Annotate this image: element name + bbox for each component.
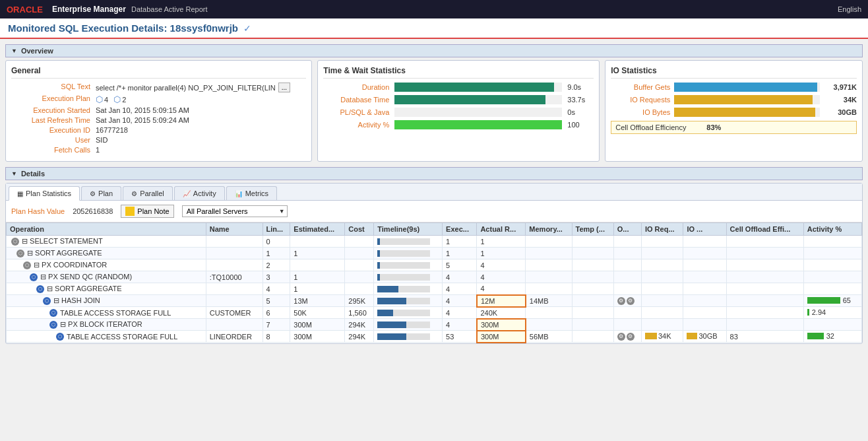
col-o: O...: [613, 223, 641, 236]
col-actual: Actual R...: [477, 223, 526, 236]
exec-plan-icon-1[interactable]: ⬡ 4: [96, 94, 108, 104]
user-label: User: [11, 136, 90, 144]
exec-plan-icon-2[interactable]: ⬡ 2: [113, 94, 126, 104]
tab-activity[interactable]: 📈 Activity: [174, 186, 225, 200]
server-select[interactable]: All Parallel Servers: [182, 205, 288, 217]
lin-cell: 7: [263, 319, 290, 331]
io-panel: IO Statistics Buffer Gets 3,971K IO Requ…: [605, 60, 863, 162]
io-cell: [683, 295, 726, 307]
io-requests-bar: [674, 95, 820, 104]
ioreq-cell: [641, 283, 683, 295]
est-cell: 1: [290, 271, 345, 283]
details-triangle-icon: ▼: [11, 170, 17, 177]
language-selector[interactable]: English: [838, 5, 861, 13]
ioreq-cell: [641, 248, 683, 259]
sql-text-value: select /*+ monitor parallel(4) NO_PX_JOI…: [96, 83, 290, 92]
tab-plan[interactable]: ⚙ Plan: [81, 186, 121, 200]
cell-offload-cell: [726, 295, 803, 307]
name-cell: [206, 259, 263, 271]
timeline-cell: [374, 283, 443, 295]
fetch-calls-row: Fetch Calls 1: [11, 146, 306, 154]
tab-metrics-label: Metrics: [245, 189, 268, 197]
fetch-calls-value: 1: [96, 146, 100, 154]
refresh-time-row: Last Refresh Time Sat Jan 10, 2015 5:09:…: [11, 116, 306, 124]
plan-table: Operation Name Lin... Estimated... Cost …: [6, 222, 862, 343]
cell-offload-cell: [726, 283, 803, 295]
plan-note-button[interactable]: Plan Note: [121, 205, 173, 218]
sql-text-label: SQL Text: [11, 83, 90, 90]
exec-cell: 1: [443, 236, 477, 248]
activity-cell: [803, 248, 861, 259]
actual-cell: 300M: [477, 331, 526, 343]
cell-offload-cell: [726, 248, 803, 259]
table-row: ⬡ TABLE ACCESS STORAGE FULL CUSTOMER 6 5…: [7, 307, 862, 319]
cell-offload-cell: [726, 307, 803, 319]
io-requests-value: 34K: [824, 96, 857, 104]
oracle-logo: ORACLE: [7, 5, 43, 15]
est-cell: [290, 259, 345, 271]
name-cell: :TQ10000: [206, 271, 263, 283]
lin-cell: 3: [263, 271, 290, 283]
tab-metrics[interactable]: 📊 Metrics: [226, 186, 277, 200]
execution-plan-label: Execution Plan: [11, 94, 90, 102]
ioreq-cell: 34K: [641, 331, 683, 343]
actual-cell: 1: [477, 248, 526, 259]
server-select-wrap[interactable]: All Parallel Servers: [182, 205, 288, 217]
plsql-row: PL/SQL & Java 0s: [323, 108, 594, 117]
temp-cell: [572, 319, 613, 331]
sql-text-expand-button[interactable]: ...: [278, 83, 290, 92]
tab-plan-statistics[interactable]: ▦ Plan Statistics: [9, 186, 80, 201]
io-cell: [683, 259, 726, 271]
exec-cell: 1: [443, 248, 477, 259]
metrics-icon: 📊: [235, 190, 243, 197]
name-cell: [206, 283, 263, 295]
io-bytes-row: IO Bytes 30GB: [611, 108, 857, 117]
execution-plan-value: ⬡ 4 ⬡ 2: [96, 94, 126, 104]
plan-toolbar: Plan Hash Value 2052616838 Plan Note All…: [6, 201, 862, 222]
exec-cell: 4: [443, 271, 477, 283]
plan-note-label: Plan Note: [137, 207, 169, 215]
memory-cell: [526, 236, 572, 248]
page-title-bar: Monitored SQL Execution Details: 18ssysf…: [0, 18, 868, 39]
activity-bar: [394, 120, 562, 129]
overview-section-header[interactable]: ▼ Overview: [5, 44, 863, 57]
duration-label: Duration: [323, 83, 389, 91]
actual-cell: 4: [477, 259, 526, 271]
op-cell: ⬡ ⊟ SORT AGGREGATE: [7, 283, 206, 295]
tab-parallel[interactable]: ⚙ Parallel: [123, 186, 173, 200]
col-timeline: Timeline(9s): [374, 223, 443, 236]
lin-cell: 8: [263, 331, 290, 343]
est-cell: 1: [290, 283, 345, 295]
gear-icon-4: ⚙: [627, 333, 635, 341]
ioreq-cell: [641, 307, 683, 319]
io-bytes-label: IO Bytes: [611, 108, 670, 116]
timeline-cell: [374, 295, 443, 307]
io-cell: 30GB: [683, 331, 726, 343]
cost-cell: 294K: [345, 319, 374, 331]
cost-cell: [345, 283, 374, 295]
details-section-header[interactable]: ▼ Details: [5, 167, 863, 180]
hash-value: 2052616838: [73, 207, 113, 215]
name-cell: [206, 236, 263, 248]
op-cell: ⬡ ⊟ PX COORDINATOR: [7, 259, 206, 271]
temp-cell: [572, 259, 613, 271]
plsql-bar: [394, 108, 562, 117]
execution-id-row: Execution ID 16777218: [11, 126, 306, 134]
row-icon: ⬡: [56, 333, 64, 341]
table-row: ⬡ ⊟ PX SEND QC (RANDOM) :TQ10000 3 1: [7, 271, 862, 283]
top-bar: ORACLE Enterprise Manager Database Activ…: [0, 0, 868, 18]
header-row: Operation Name Lin... Estimated... Cost …: [7, 223, 862, 236]
o-cell: ⚙ ⚙: [613, 295, 641, 307]
timeline-cell: [374, 319, 443, 331]
exec-cell: 4: [443, 319, 477, 331]
timeline-cell: [374, 307, 443, 319]
memory-cell: [526, 248, 572, 259]
name-cell: CUSTOMER: [206, 307, 263, 319]
io-cell: [683, 236, 726, 248]
exec-cell: 53: [443, 331, 477, 343]
io-cell: [683, 283, 726, 295]
memory-cell: [526, 271, 572, 283]
ioreq-cell: [641, 236, 683, 248]
gear-icon-1: ⚙: [617, 297, 625, 305]
memory-cell: [526, 307, 572, 319]
